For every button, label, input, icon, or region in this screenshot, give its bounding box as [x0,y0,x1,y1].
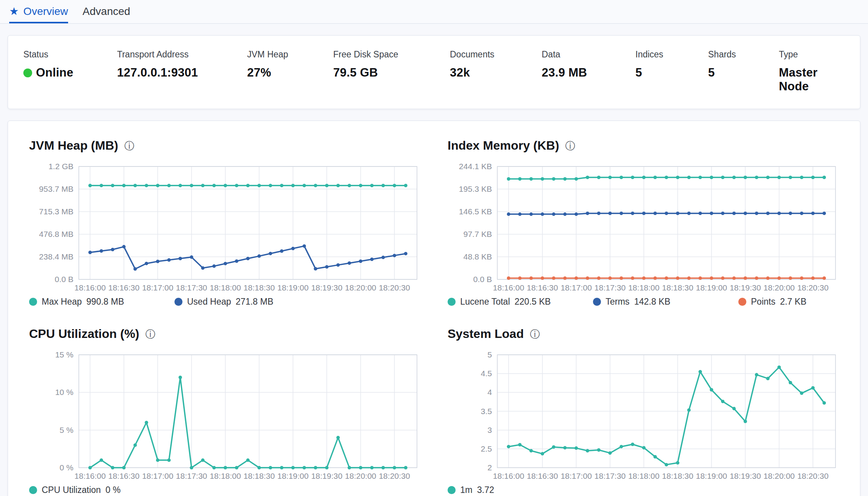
status-item-label: Shards [708,49,779,60]
svg-text:18:19:00: 18:19:00 [277,472,309,480]
status-item-value-text: 5 [635,66,642,80]
svg-text:238.4 MB: 238.4 MB [39,252,73,261]
svg-text:3.5: 3.5 [481,407,492,416]
info-icon[interactable]: ⓘ [565,141,575,151]
system-load-plot[interactable]: 22.533.544.5518:16:0018:16:3018:17:0018:… [448,349,839,484]
legend-value: 142.8 KB [634,297,671,307]
svg-text:18:20:00: 18:20:00 [764,472,795,480]
svg-text:18:18:30: 18:18:30 [244,283,275,292]
status-item-status: StatusOnline [23,49,117,80]
svg-text:146.5 KB: 146.5 KB [459,207,492,216]
svg-text:18:16:00: 18:16:00 [493,283,524,292]
legend-dot-icon [29,298,37,306]
legend-value: 2.7 KB [780,297,806,307]
status-item-type: TypeMaster Node [779,49,845,93]
series-1m [507,365,826,467]
info-icon[interactable]: ⓘ [145,329,155,339]
info-icon[interactable]: ⓘ [124,141,134,151]
status-item-value: 23.9 MB [542,66,635,80]
legend-item-1m: 1m3.72 [448,485,593,495]
legend-item-max-heap: Max Heap990.8 MB [29,297,174,307]
svg-text:5: 5 [487,350,492,359]
series-max-heap [88,184,407,187]
status-item-label: Type [779,49,845,60]
jvm-heap-plot[interactable]: 0.0 B238.4 MB476.8 MB715.3 MB953.7 MB1.2… [29,161,421,296]
series-points [507,276,826,280]
charts-panel: JVM Heap (MB) ⓘ 0.0 B238.4 MB476.8 MB715… [8,121,860,496]
svg-text:18:19:30: 18:19:30 [311,472,342,480]
legend-item-used-heap: Used Heap271.8 MB [174,297,320,307]
svg-text:4.5: 4.5 [481,369,492,378]
chart-jvm-heap: JVM Heap (MB) ⓘ 0.0 B238.4 MB476.8 MB715… [29,139,421,307]
svg-text:18:16:00: 18:16:00 [75,472,106,480]
svg-text:18:17:30: 18:17:30 [176,283,207,292]
status-item-value: 79.5 GB [333,66,450,80]
tab-overview-label: Overview [23,5,68,18]
svg-text:2: 2 [487,463,492,472]
chart-title: System Load [448,327,524,341]
legend-name: Terms [606,297,630,307]
svg-text:97.7 KB: 97.7 KB [463,230,492,238]
status-bar: StatusOnlineTransport Address127.0.0.1:9… [8,35,860,109]
svg-text:18:16:30: 18:16:30 [108,472,140,480]
legend-name: Lucene Total [460,297,510,307]
series-used-heap [88,244,407,271]
legend-item-lucene-total: Lucene Total220.5 KB [448,297,593,307]
legend-value: 990.8 MB [86,297,124,307]
status-item-value: 5 [708,66,779,80]
legend-value: 220.5 KB [515,297,551,307]
series-lucene-total [507,176,826,181]
status-item-label: Free Disk Space [333,49,450,60]
chart-title: CPU Utilization (%) [29,327,139,341]
svg-text:18:18:00: 18:18:00 [210,472,241,480]
svg-text:18:17:30: 18:17:30 [594,283,626,292]
series-terms [507,212,826,216]
svg-text:18:19:00: 18:19:00 [696,283,727,292]
status-item-value-text: 79.5 GB [333,66,378,80]
star-icon: ★ [9,6,19,17]
status-item-label: Transport Address [117,49,247,60]
status-item-label: JVM Heap [247,49,333,60]
legend-dot-icon [593,298,601,306]
status-item-value: 127.0.0.1:9301 [117,66,247,80]
status-item-label: Indices [635,49,708,60]
legend-value: 3.72 [477,485,494,495]
legend-item-cpu-utilization: CPU Utilization0 % [29,485,174,495]
index-memory-plot[interactable]: 0.0 B48.8 KB97.7 KB146.5 KB195.3 KB244.1… [448,161,839,296]
svg-text:18:17:00: 18:17:00 [560,472,592,480]
svg-text:18:16:00: 18:16:00 [493,472,524,480]
legend-name: Used Heap [187,297,231,307]
legend-dot-icon [174,298,182,306]
tab-overview[interactable]: ★ Overview [9,5,68,23]
chart-system-load: System Load ⓘ 22.533.544.5518:16:0018:16… [448,327,868,495]
status-item-indices: Indices5 [635,49,708,80]
svg-text:18:18:30: 18:18:30 [662,283,694,292]
cpu-utilization-plot[interactable]: 0 %5 %10 %15 %18:16:0018:16:3018:17:0018… [29,349,421,484]
tab-advanced[interactable]: Advanced [83,5,130,23]
svg-text:18:19:00: 18:19:00 [696,472,727,480]
svg-text:18:19:30: 18:19:30 [730,283,761,292]
svg-text:18:17:00: 18:17:00 [142,472,173,480]
svg-text:476.8 MB: 476.8 MB [39,230,73,238]
svg-text:18:16:30: 18:16:30 [527,283,558,292]
status-item-value: 32k [450,66,542,80]
status-item-value: Online [23,66,117,80]
status-item-free-disk-space: Free Disk Space79.5 GB [333,49,450,80]
status-item-value-text: Master Node [779,66,845,93]
info-icon[interactable]: ⓘ [530,329,540,339]
status-item-value-text: 27% [247,66,271,80]
svg-text:5 %: 5 % [60,426,73,434]
chart-index-memory: Index Memory (KB) ⓘ 0.0 B48.8 KB97.7 KB1… [448,139,868,307]
tab-advanced-label: Advanced [83,5,130,18]
svg-text:18:17:30: 18:17:30 [176,472,207,480]
status-item-value: Master Node [779,66,845,93]
svg-text:18:20:30: 18:20:30 [379,283,410,292]
svg-text:18:19:30: 18:19:30 [730,472,761,480]
svg-text:244.1 KB: 244.1 KB [459,162,492,171]
cpu-utilization-legend: CPU Utilization0 % [29,485,421,495]
svg-text:15 %: 15 % [55,350,73,359]
svg-text:18:18:30: 18:18:30 [662,472,694,480]
svg-text:953.7 MB: 953.7 MB [39,184,73,193]
svg-text:195.3 KB: 195.3 KB [459,184,492,193]
health-dot-icon [23,69,32,77]
